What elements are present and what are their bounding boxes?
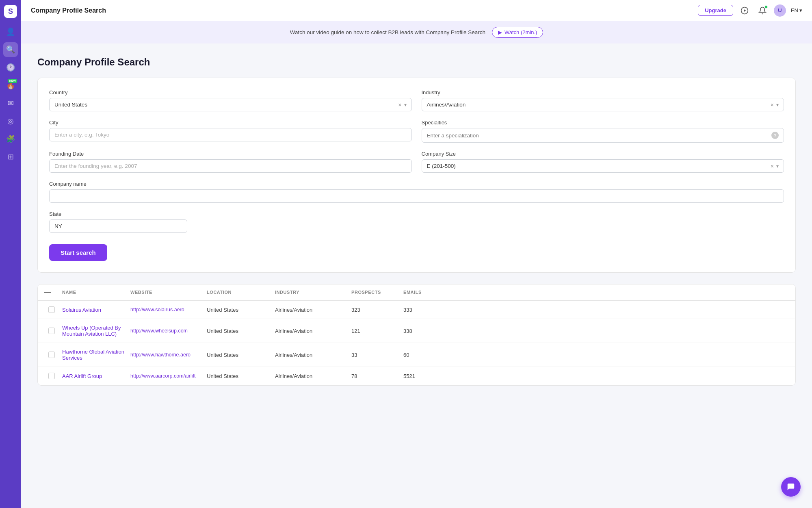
company-location: United States bbox=[207, 307, 272, 313]
play-icon: ▶ bbox=[498, 29, 502, 35]
specialties-input[interactable] bbox=[427, 132, 772, 139]
video-icon-button[interactable] bbox=[738, 4, 751, 17]
app-logo[interactable]: S bbox=[4, 5, 17, 18]
company-size-label: Company Size bbox=[422, 151, 784, 157]
sidebar-item-profile[interactable]: 👤 bbox=[3, 24, 18, 39]
country-clear-icon[interactable]: × bbox=[398, 102, 401, 108]
company-emails: 5521 bbox=[403, 373, 444, 379]
founding-date-input[interactable] bbox=[49, 159, 412, 173]
specialties-field[interactable]: ? bbox=[422, 128, 784, 143]
industry-value: Airlines/Aviation bbox=[427, 102, 768, 108]
city-group: City bbox=[49, 119, 412, 143]
row-checkbox-cell bbox=[44, 352, 59, 358]
company-emails: 60 bbox=[403, 352, 444, 358]
company-industry: Airlines/Aviation bbox=[275, 373, 348, 379]
company-emails: 338 bbox=[403, 328, 444, 334]
company-name-label: Company name bbox=[49, 181, 784, 187]
watch-button[interactable]: ▶ Watch (2min.) bbox=[492, 27, 543, 38]
sidebar-item-email[interactable]: ✉ bbox=[3, 96, 18, 111]
country-value: United States bbox=[54, 102, 396, 108]
form-row-2: City Specialties ? bbox=[49, 119, 784, 143]
company-website-link[interactable]: http://www.aarcorp.com/airlift bbox=[130, 373, 204, 379]
row-checkbox[interactable] bbox=[48, 373, 55, 379]
header-emails: EMAILS bbox=[403, 290, 444, 295]
row-checkbox[interactable] bbox=[48, 352, 55, 358]
company-location: United States bbox=[207, 352, 272, 358]
company-size-clear-icon[interactable]: × bbox=[771, 163, 774, 169]
topbar-right: Upgrade U EN ▾ bbox=[698, 4, 802, 17]
specialties-group: Specialties ? bbox=[422, 119, 784, 143]
table-body: Solairus Aviation http://www.solairus.ae… bbox=[38, 301, 795, 385]
company-industry: Airlines/Aviation bbox=[275, 328, 348, 334]
row-checkbox[interactable] bbox=[48, 306, 55, 313]
company-prospects: 121 bbox=[351, 328, 400, 334]
chevron-down-icon: ▾ bbox=[799, 7, 802, 13]
language-selector[interactable]: EN ▾ bbox=[791, 7, 802, 13]
company-prospects: 33 bbox=[351, 352, 400, 358]
company-prospects: 323 bbox=[351, 307, 400, 313]
sidebar-item-analytics[interactable]: ◎ bbox=[3, 114, 18, 128]
search-form-card: Country United States × ▾ Industry Airli… bbox=[37, 78, 796, 273]
page-content: Company Profile Search Country United St… bbox=[21, 43, 812, 508]
company-website-link[interactable]: http://www.wheelsup.com bbox=[130, 328, 204, 334]
company-location: United States bbox=[207, 373, 272, 379]
country-select[interactable]: United States × ▾ bbox=[49, 98, 412, 111]
country-chevron-icon[interactable]: ▾ bbox=[404, 102, 407, 108]
sidebar-item-apps[interactable]: ⊞ bbox=[3, 150, 18, 164]
header-prospects: PROSPECTS bbox=[351, 290, 400, 295]
table-row: AAR Airlift Group http://www.aarcorp.com… bbox=[38, 367, 795, 385]
header-location: LOCATION bbox=[207, 290, 272, 295]
banner-text: Watch our video guide on how to collect … bbox=[290, 29, 485, 35]
country-group: Country United States × ▾ bbox=[49, 89, 412, 111]
company-name-link[interactable]: Wheels Up (Operated By Mountain Aviation… bbox=[62, 325, 127, 337]
topbar: Company Profile Search Upgrade U EN ▾ bbox=[21, 0, 812, 21]
industry-chevron-icon[interactable]: ▾ bbox=[776, 102, 779, 108]
table-row: Hawthorne Global Aviation Services http:… bbox=[38, 343, 795, 367]
specialties-help-icon[interactable]: ? bbox=[771, 132, 779, 139]
company-name-link[interactable]: Solairus Aviation bbox=[62, 307, 127, 313]
founding-date-group: Founding Date bbox=[49, 151, 412, 173]
company-name-link[interactable]: Hawthorne Global Aviation Services bbox=[62, 349, 127, 361]
sidebar-item-integrations[interactable]: 🧩 bbox=[3, 132, 18, 146]
form-row-3: Founding Date Company Size E (201-500) ×… bbox=[49, 151, 784, 173]
sidebar-item-search[interactable]: 🔍 bbox=[3, 42, 18, 57]
info-banner: Watch our video guide on how to collect … bbox=[21, 21, 812, 43]
avatar[interactable]: U bbox=[774, 4, 786, 17]
city-input[interactable] bbox=[49, 128, 412, 141]
state-input[interactable] bbox=[49, 219, 187, 233]
sidebar: S 👤 🔍 🕐 🔥 NEW ✉ ◎ 🧩 ⊞ bbox=[0, 0, 21, 508]
notification-dot bbox=[764, 5, 768, 9]
company-size-select[interactable]: E (201-500) × ▾ bbox=[422, 159, 784, 173]
company-size-group: Company Size E (201-500) × ▾ bbox=[422, 151, 784, 173]
industry-label: Industry bbox=[422, 89, 784, 96]
header-website: WEBSITE bbox=[130, 290, 204, 295]
company-name-input[interactable] bbox=[49, 189, 784, 203]
country-label: Country bbox=[49, 89, 412, 96]
chat-bubble-button[interactable] bbox=[781, 477, 801, 497]
company-industry: Airlines/Aviation bbox=[275, 307, 348, 313]
table-row: Solairus Aviation http://www.solairus.ae… bbox=[38, 301, 795, 319]
page-title: Company Profile Search bbox=[37, 56, 796, 68]
main-wrapper: Company Profile Search Upgrade U EN ▾ Wa… bbox=[21, 0, 812, 508]
start-search-button[interactable]: Start search bbox=[49, 244, 107, 261]
company-website-link[interactable]: http://www.solairus.aero bbox=[130, 307, 204, 313]
upgrade-button[interactable]: Upgrade bbox=[698, 5, 733, 16]
notification-bell-button[interactable] bbox=[756, 4, 769, 17]
sidebar-item-newfeature[interactable]: 🔥 NEW bbox=[3, 78, 18, 93]
company-size-chevron-icon[interactable]: ▾ bbox=[776, 163, 779, 169]
row-checkbox[interactable] bbox=[48, 328, 55, 334]
watch-label: Watch (2min.) bbox=[505, 29, 537, 35]
company-emails: 333 bbox=[403, 307, 444, 313]
industry-clear-icon[interactable]: × bbox=[771, 102, 774, 108]
industry-select[interactable]: Airlines/Aviation × ▾ bbox=[422, 98, 784, 111]
city-label: City bbox=[49, 119, 412, 126]
company-prospects: 78 bbox=[351, 373, 400, 379]
header-checkbox-col: — bbox=[44, 289, 59, 296]
company-website-link[interactable]: http://www.hawthorne.aero bbox=[130, 352, 204, 358]
row-checkbox-cell bbox=[44, 373, 59, 379]
company-name-link[interactable]: AAR Airlift Group bbox=[62, 373, 127, 379]
form-row-1: Country United States × ▾ Industry Airli… bbox=[49, 89, 784, 111]
sidebar-item-history[interactable]: 🕐 bbox=[3, 60, 18, 75]
header-industry: INDUSTRY bbox=[275, 290, 348, 295]
specialties-label: Specialties bbox=[422, 119, 784, 126]
